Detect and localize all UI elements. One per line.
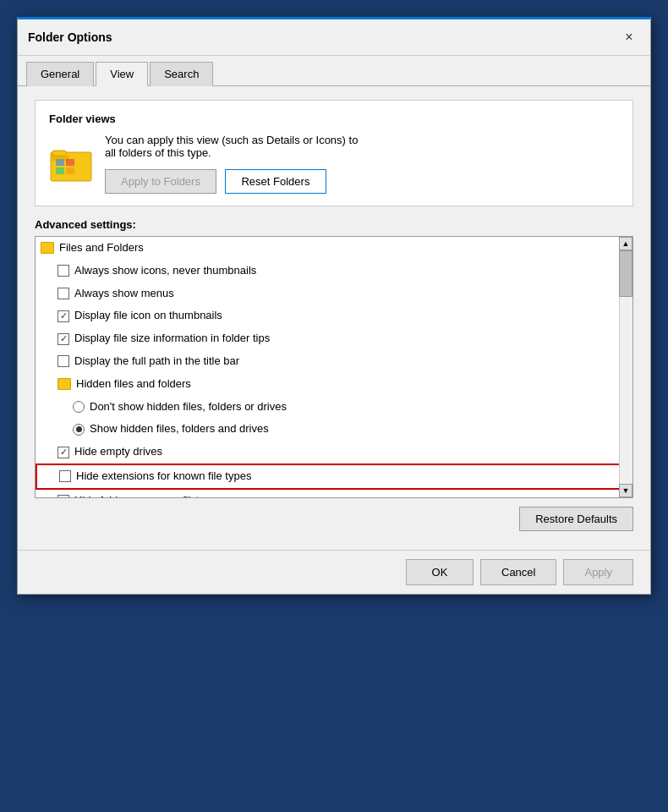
svg-rect-3 bbox=[56, 159, 64, 166]
folder-options-dialog: Folder Options × General View Search Fol… bbox=[17, 17, 651, 595]
folder-views-desc-line1: You can apply this view (such as Details… bbox=[105, 134, 358, 146]
svg-rect-6 bbox=[66, 167, 74, 174]
tab-general[interactable]: General bbox=[26, 62, 94, 86]
restore-defaults-button[interactable]: Restore Defaults bbox=[519, 507, 633, 531]
always-show-icons-checkbox[interactable] bbox=[57, 265, 69, 277]
title-bar: Folder Options × bbox=[18, 19, 650, 56]
folder-views-inner: You can apply this view (such as Details… bbox=[49, 134, 619, 194]
apply-button[interactable]: Apply bbox=[563, 559, 633, 585]
list-item[interactable]: Display the full path in the title bar bbox=[36, 350, 632, 373]
folder-views-desc-line2: all folders of this type. bbox=[105, 146, 358, 159]
dialog-content: Folder views You can apply this view (su… bbox=[18, 86, 650, 550]
svg-rect-4 bbox=[66, 159, 74, 166]
close-button[interactable]: × bbox=[618, 26, 640, 48]
cancel-button[interactable]: Cancel bbox=[480, 559, 556, 585]
scrollbar-thumb[interactable] bbox=[619, 250, 632, 297]
files-folders-icon bbox=[41, 242, 54, 254]
hide-extensions-label: Hide extensions for known file types bbox=[76, 468, 251, 486]
folder-views-section: Folder views You can apply this view (su… bbox=[35, 100, 633, 206]
list-item: Hidden files and folders bbox=[36, 373, 632, 396]
restore-row: Restore Defaults bbox=[35, 507, 633, 531]
hide-empty-drives-checkbox[interactable] bbox=[57, 447, 69, 458]
dont-show-hidden-radio[interactable] bbox=[73, 401, 85, 413]
list-item[interactable]: Hide folder merge conflicts bbox=[36, 490, 632, 498]
hidden-files-label: Hidden files and folders bbox=[76, 376, 191, 393]
show-hidden-radio[interactable] bbox=[73, 424, 85, 436]
show-hidden-label: Show hidden files, folders and drives bbox=[90, 420, 269, 438]
list-item[interactable]: Display file icon on thumbnails bbox=[36, 304, 632, 327]
always-show-icons-label: Always show icons, never thumbnails bbox=[74, 262, 256, 280]
svg-rect-2 bbox=[52, 151, 66, 156]
list-item: Files and Folders bbox=[36, 237, 632, 260]
always-show-menus-checkbox[interactable] bbox=[57, 288, 69, 299]
display-file-size-label: Display file size information in folder … bbox=[74, 330, 270, 348]
reset-folders-button[interactable]: Reset Folders bbox=[225, 169, 326, 194]
folder-views-desc: You can apply this view (such as Details… bbox=[105, 134, 358, 194]
hide-extensions-checkbox[interactable] bbox=[59, 470, 71, 482]
display-full-path-checkbox[interactable] bbox=[57, 355, 69, 367]
scrollbar-down-arrow[interactable]: ▼ bbox=[619, 484, 632, 497]
hide-empty-drives-label: Hide empty drives bbox=[74, 443, 162, 461]
apply-to-folders-button[interactable]: Apply to Folders bbox=[105, 169, 216, 194]
list-item[interactable]: Display file size information in folder … bbox=[36, 327, 632, 350]
display-full-path-label: Display the full path in the title bar bbox=[74, 353, 239, 370]
tab-search[interactable]: Search bbox=[150, 62, 213, 86]
advanced-settings-section: Advanced settings: Files and Folders Alw… bbox=[35, 218, 633, 531]
hide-extensions-row[interactable]: Hide extensions for known file types bbox=[36, 464, 632, 490]
scrollbar-up-arrow[interactable]: ▲ bbox=[619, 237, 632, 250]
list-item[interactable]: Don't show hidden files, folders or driv… bbox=[36, 396, 632, 419]
tabs-bar: General View Search bbox=[18, 56, 650, 86]
list-item[interactable]: Always show icons, never thumbnails bbox=[36, 260, 632, 283]
list-item[interactable]: Always show menus bbox=[36, 283, 632, 305]
list-item[interactable]: Hide empty drives bbox=[36, 441, 632, 464]
display-file-icon-label: Display file icon on thumbnails bbox=[74, 307, 222, 325]
always-show-menus-label: Always show menus bbox=[74, 285, 174, 303]
folder-icon bbox=[49, 144, 93, 184]
advanced-title: Advanced settings: bbox=[35, 218, 633, 231]
tab-view[interactable]: View bbox=[96, 62, 148, 86]
ok-button[interactable]: OK bbox=[406, 559, 474, 585]
bottom-bar: OK Cancel Apply bbox=[18, 550, 650, 594]
files-folders-label: Files and Folders bbox=[59, 239, 144, 257]
display-file-size-checkbox[interactable] bbox=[57, 333, 69, 345]
advanced-list[interactable]: Files and Folders Always show icons, nev… bbox=[35, 236, 633, 498]
list-item[interactable]: Show hidden files, folders and drives bbox=[36, 418, 632, 441]
dont-show-hidden-label: Don't show hidden files, folders or driv… bbox=[90, 398, 287, 416]
dialog-title: Folder Options bbox=[28, 30, 112, 44]
folder-view-buttons: Apply to Folders Reset Folders bbox=[105, 169, 358, 194]
display-file-icon-checkbox[interactable] bbox=[57, 310, 69, 322]
svg-rect-5 bbox=[56, 167, 64, 174]
folder-views-title: Folder views bbox=[49, 112, 619, 125]
hide-folder-merge-checkbox[interactable] bbox=[57, 495, 69, 498]
hide-folder-merge-label: Hide folder merge conflicts bbox=[74, 492, 205, 498]
hidden-files-icon bbox=[57, 378, 71, 390]
scrollbar-track[interactable]: ▲ ▼ bbox=[619, 237, 632, 497]
